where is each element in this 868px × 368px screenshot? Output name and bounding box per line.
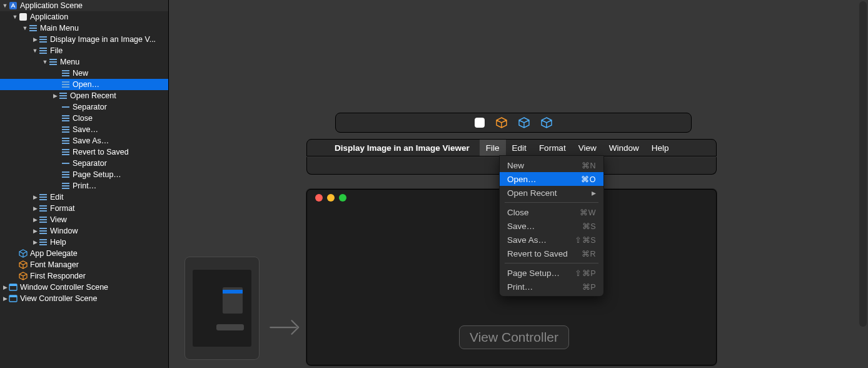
disclosure-triangle-icon[interactable]: ▼ <box>31 48 39 54</box>
menu-open[interactable]: Open… ⌘O <box>500 172 603 186</box>
label: Format <box>50 204 75 213</box>
svg-rect-3 <box>29 28 37 29</box>
menu-save-as[interactable]: Save As… ⇧⌘S <box>500 233 603 247</box>
outline-revert[interactable]: Revert to Saved <box>0 146 168 158</box>
menu-item-icon <box>39 46 48 55</box>
outline-menu[interactable]: ▼ Menu <box>0 56 168 68</box>
menu-close[interactable]: Close ⌘W <box>500 205 603 219</box>
disclosure-triangle-icon[interactable]: ▼ <box>1 3 9 9</box>
menubar-file[interactable]: File <box>480 140 506 156</box>
menu-item-icon <box>39 238 48 247</box>
menu-revert[interactable]: Revert to Saved ⌘R <box>500 247 603 260</box>
menubar-edit[interactable]: Edit <box>506 140 533 156</box>
disclosure-triangle-icon[interactable]: ▶ <box>1 284 9 290</box>
outline-save[interactable]: Save… <box>0 124 168 135</box>
outline-window[interactable]: ▶ Window <box>0 225 168 237</box>
view-controller-placeholder[interactable]: View Controller <box>459 325 569 349</box>
disclosure-triangle-icon[interactable]: ▶ <box>1 295 9 302</box>
disclosure-triangle-icon[interactable]: ▶ <box>31 194 39 200</box>
app-object-icon[interactable] <box>475 118 485 128</box>
scene-window-controller[interactable]: ▶ Window Controller Scene <box>0 282 168 293</box>
outline-application[interactable]: ▼ Application <box>0 11 168 23</box>
outline-main-menu[interactable]: ▼ Main Menu <box>0 23 168 34</box>
label: Revert to Saved <box>507 249 568 258</box>
minimap-thumbnail[interactable] <box>184 257 260 360</box>
menu-open-recent[interactable]: Open Recent ▸ <box>500 186 603 200</box>
menu-item-icon <box>61 181 70 190</box>
outline-new[interactable]: New <box>0 68 168 79</box>
close-traffic-icon[interactable] <box>315 194 323 202</box>
svg-rect-15 <box>62 73 69 74</box>
cube-icon[interactable] <box>518 117 530 128</box>
outline-first-responder[interactable]: ▶ First Responder <box>0 270 168 282</box>
menubar-window[interactable]: Window <box>603 140 645 156</box>
outline-close[interactable]: Close <box>0 113 168 124</box>
outline-format[interactable]: ▶ Format <box>0 203 168 214</box>
label: Revert to Saved <box>73 148 129 156</box>
scene-application[interactable]: ▼ Application Scene <box>0 0 168 11</box>
outline-view[interactable]: ▶ View <box>0 214 168 225</box>
menu-item-icon <box>39 204 48 213</box>
svg-rect-51 <box>39 222 47 223</box>
menubar-view[interactable]: View <box>572 140 603 156</box>
disclosure-triangle-icon[interactable]: ▶ <box>51 93 59 99</box>
cube-icon[interactable] <box>541 117 552 128</box>
menubar-help[interactable]: Help <box>645 140 675 156</box>
label: View Controller <box>470 330 558 344</box>
menu-page-setup[interactable]: Page Setup… ⇧⌘P <box>500 266 603 280</box>
svg-rect-8 <box>39 48 47 49</box>
svg-rect-17 <box>62 81 69 83</box>
outline-edit[interactable]: ▶ Edit <box>0 192 168 203</box>
segue-arrow-icon[interactable] <box>269 316 303 341</box>
outline-separator-2[interactable]: Separator <box>0 158 168 169</box>
outline-help[interactable]: ▶ Help <box>0 237 168 248</box>
outline-separator-1[interactable]: Separator <box>0 101 168 113</box>
menu-new[interactable]: New ⌘N <box>500 158 603 172</box>
label: Print… <box>73 181 96 190</box>
svg-rect-29 <box>62 131 69 133</box>
cube-icon <box>19 272 28 280</box>
svg-rect-43 <box>39 194 47 195</box>
outline-file[interactable]: ▼ File <box>0 45 168 56</box>
menu-item-icon <box>61 148 70 156</box>
shortcut: ⇧⌘P <box>575 268 596 278</box>
outline-app-delegate[interactable]: ▶ App Delegate <box>0 248 168 259</box>
zoom-traffic-icon[interactable] <box>339 194 346 202</box>
menubar-format[interactable]: Format <box>533 140 572 156</box>
shortcut: ⌘O <box>581 175 596 184</box>
svg-rect-42 <box>62 188 69 189</box>
svg-rect-33 <box>62 149 69 150</box>
outline-save-as[interactable]: Save As… <box>0 135 168 146</box>
disclosure-triangle-icon[interactable]: ▼ <box>41 59 49 65</box>
label: Page Setup… <box>507 268 560 278</box>
menubar-app-title[interactable]: Display Image in an Image Viewer <box>328 140 476 156</box>
scrollbar[interactable] <box>859 1 867 327</box>
disclosure-triangle-icon[interactable]: ▶ <box>31 228 39 234</box>
outline-page-setup[interactable]: Page Setup… <box>0 169 168 180</box>
menu-save[interactable]: Save… ⌘S <box>500 219 603 233</box>
svg-rect-1 <box>19 13 27 21</box>
svg-rect-38 <box>62 174 69 175</box>
outline-font-manager[interactable]: ▶ Font Manager <box>0 259 168 270</box>
scene-view-controller[interactable]: ▶ View Controller Scene <box>0 293 168 304</box>
disclosure-triangle-icon[interactable]: ▶ <box>31 217 39 223</box>
label: Display Image in an Image V... <box>50 35 156 44</box>
label: Open… <box>507 175 537 184</box>
outline-open-recent[interactable]: ▶ Open Recent <box>0 90 168 101</box>
disclosure-triangle-icon[interactable]: ▼ <box>11 14 19 20</box>
disclosure-triangle-icon[interactable]: ▶ <box>31 36 39 43</box>
outline-print[interactable]: Print… <box>0 180 168 192</box>
outline-display-image[interactable]: ▶ Display Image in an Image V... <box>0 34 168 45</box>
menu-item-icon <box>61 69 70 78</box>
menu-print[interactable]: Print… ⌘P <box>500 280 603 294</box>
disclosure-triangle-icon[interactable]: ▼ <box>21 25 29 31</box>
svg-rect-12 <box>49 61 57 63</box>
outline-sidebar[interactable]: ▼ Application Scene ▼ Application ▼ Main… <box>0 0 169 368</box>
svg-rect-53 <box>39 230 47 232</box>
outline-open[interactable]: Open… <box>0 79 168 90</box>
svg-rect-47 <box>39 208 47 209</box>
disclosure-triangle-icon[interactable]: ▶ <box>31 205 39 212</box>
minimize-traffic-icon[interactable] <box>327 194 335 202</box>
disclosure-triangle-icon[interactable]: ▶ <box>31 239 39 245</box>
cube-icon[interactable] <box>496 117 507 128</box>
